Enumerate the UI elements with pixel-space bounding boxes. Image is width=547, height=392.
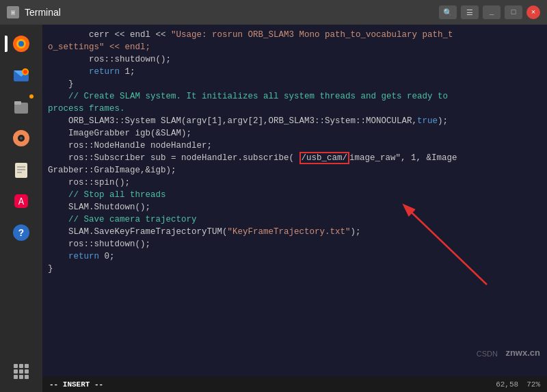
code-line-17: ros::spin();: [42, 177, 547, 189]
titlebar-title: Terminal: [25, 7, 61, 18]
sidebar-item-notes[interactable]: [8, 156, 35, 183]
code-line-13: ros::NodeHandle nodeHandler;: [42, 140, 547, 152]
code-line-2: o_settings" << endl;: [42, 41, 547, 53]
files-badge: [29, 94, 34, 99]
code-line-20: SLAM.Shutdown();: [42, 201, 547, 213]
code-line-14: ros::Subscriber sub = nodeHandler.subscr…: [42, 152, 547, 164]
code-display: cerr << endl << "Usage: rosrun ORB_SLAM3…: [42, 25, 547, 377]
svg-rect-8: [14, 101, 21, 105]
code-line-19: // Stop all threads: [42, 189, 547, 201]
statusbar-right: 62,58 72%: [496, 380, 540, 389]
close-button[interactable]: ×: [526, 5, 540, 19]
svg-point-11: [20, 137, 23, 140]
sidebar-item-apps[interactable]: [8, 358, 35, 385]
svg-rect-12: [15, 163, 27, 178]
sidebar-item-email[interactable]: [8, 62, 35, 89]
code-line-15: Grabber::GrabImage,&igb);: [42, 164, 547, 177]
statusbar: -- INSERT -- 62,58 72%: [42, 377, 547, 392]
svg-point-6: [23, 70, 27, 74]
menu-button[interactable]: ☰: [461, 5, 479, 19]
svg-text:A: A: [18, 196, 25, 207]
code-line-9: ORB_SLAM3::System SLAM(argv[1],argv[2],O…: [42, 115, 547, 127]
svg-point-2: [18, 41, 24, 47]
search-button[interactable]: 🔍: [439, 5, 457, 19]
sidebar-bottom: [8, 358, 35, 385]
sidebar: A ?: [0, 25, 42, 392]
sidebar-item-music[interactable]: [8, 125, 35, 152]
maximize-button[interactable]: □: [505, 5, 522, 19]
code-line-1: cerr << endl << "Usage: rosrun ORB_SLAM3…: [42, 29, 547, 41]
scroll-percentage: 72%: [526, 380, 540, 389]
watermark-csdn: CSDN: [477, 350, 498, 358]
titlebar-left: ▣ Terminal: [7, 6, 61, 18]
sidebar-item-files[interactable]: [8, 93, 35, 120]
watermark-znwx: znwx.cn: [505, 348, 540, 358]
code-line-25: ros::shutdown();: [42, 238, 547, 250]
minimize-button[interactable]: _: [483, 5, 501, 19]
code-line-11: ImageGrabber igb(&SLAM);: [42, 127, 547, 140]
svg-text:?: ?: [18, 228, 24, 239]
code-line-3: ros::shutdown();: [42, 53, 547, 66]
sidebar-item-help[interactable]: ?: [8, 219, 35, 246]
code-line-4: return 1;: [42, 66, 547, 78]
code-line-28: }: [42, 263, 547, 275]
terminal-area: cerr << endl << "Usage: rosrun ORB_SLAM3…: [42, 25, 547, 392]
code-line-27: return 0;: [42, 250, 547, 263]
code-line-5: }: [42, 78, 547, 90]
code-line-8: process frames.: [42, 103, 547, 115]
terminal-icon: ▣: [7, 6, 19, 18]
sidebar-item-firefox[interactable]: [8, 30, 35, 57]
code-line-22: // Save camera trajectory: [42, 213, 547, 226]
insert-mode-badge: -- INSERT --: [49, 380, 103, 389]
titlebar-controls: 🔍 ☰ _ □ ×: [439, 5, 540, 19]
code-line-7: // Create SLAM system. It initializes al…: [42, 90, 547, 103]
sidebar-item-appstore[interactable]: A: [8, 187, 35, 215]
cursor-position: 62,58: [496, 380, 518, 389]
titlebar: ▣ Terminal 🔍 ☰ _ □ ×: [0, 0, 547, 25]
main-area: A ? cerr << endl << "Usage: [0, 25, 547, 392]
statusbar-left: -- INSERT --: [49, 380, 103, 389]
code-line-23: SLAM.SaveKeyFrameTrajectoryTUM("KeyFrame…: [42, 226, 547, 238]
